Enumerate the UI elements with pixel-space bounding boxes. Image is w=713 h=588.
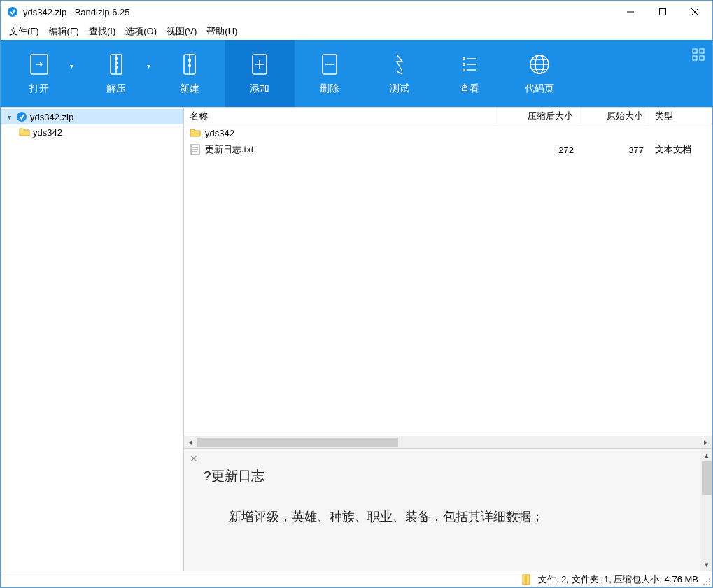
- minimize-button[interactable]: [614, 1, 647, 22]
- list-item[interactable]: yds342: [184, 124, 712, 141]
- window-title: yds342.zip - Bandizip 6.25: [23, 7, 614, 17]
- add-label: 添加: [250, 83, 269, 95]
- open-button[interactable]: ▾ 打开: [1, 40, 78, 107]
- tree-root[interactable]: ▾ yds342.zip: [1, 109, 183, 124]
- close-button[interactable]: [679, 1, 711, 22]
- zip-icon: [16, 111, 27, 122]
- svg-point-42: [709, 578, 710, 580]
- folder-icon: [190, 127, 201, 138]
- chevron-down-icon: ▾: [70, 62, 73, 70]
- vertical-scrollbar[interactable]: ▴ ▾: [700, 449, 712, 571]
- menu-find[interactable]: 查找(I): [85, 24, 120, 39]
- codepage-label: 代码页: [525, 83, 554, 95]
- titlebar: yds342.zip - Bandizip 6.25: [1, 1, 712, 23]
- svg-point-47: [709, 584, 710, 585]
- menu-file[interactable]: 文件(F): [5, 24, 43, 39]
- tree-panel[interactable]: ▾ yds342.zip yds342: [1, 108, 184, 571]
- menu-help[interactable]: 帮助(H): [202, 24, 241, 39]
- svg-rect-31: [693, 49, 697, 53]
- extract-button[interactable]: ▾ 解压: [78, 40, 155, 107]
- list-body[interactable]: yds342 更新日志.txt 272 377 文本文档: [184, 124, 712, 436]
- menu-edit[interactable]: 编辑(E): [45, 24, 83, 39]
- preview-heading: ?更新日志: [204, 460, 683, 492]
- extract-label: 解压: [106, 83, 126, 95]
- view-button[interactable]: 查看: [435, 40, 504, 107]
- tree-child[interactable]: yds342: [1, 124, 183, 140]
- new-button[interactable]: 新建: [155, 40, 225, 107]
- close-preview-icon[interactable]: ✕: [190, 453, 198, 464]
- tree-root-label: yds342.zip: [30, 112, 73, 122]
- svg-rect-33: [693, 56, 697, 60]
- scroll-right-icon[interactable]: ▸: [700, 438, 712, 447]
- test-label: 测试: [390, 83, 409, 95]
- menu-view[interactable]: 视图(V): [162, 24, 201, 39]
- toolbar: ▾ 打开 ▾ 解压 新建 添加 删除 测试 查看 代码页: [1, 40, 712, 107]
- preview-line: 新增评级，英雄、种族、职业、装备，包括其详细数据；: [204, 502, 683, 532]
- list-panel: 名称 压缩后大小 原始大小 类型 yds342: [184, 108, 712, 571]
- apps-button[interactable]: [684, 40, 712, 107]
- folder-icon: [19, 127, 30, 138]
- app-icon: [6, 6, 19, 18]
- svg-rect-32: [700, 49, 704, 53]
- list-item[interactable]: 更新日志.txt 272 377 文本文档: [184, 141, 712, 158]
- statusbar: 文件: 2, 文件夹: 1, 压缩包大小: 4.76 MB: [1, 571, 712, 587]
- file-orig: 377: [579, 145, 649, 155]
- svg-point-35: [17, 112, 27, 122]
- main-area: ▾ yds342.zip yds342 名称 压缩后大小 原始大小 类型: [1, 107, 712, 571]
- add-button[interactable]: 添加: [225, 40, 295, 107]
- delete-button[interactable]: 删除: [295, 40, 365, 107]
- test-button[interactable]: 测试: [365, 40, 435, 107]
- list-header: 名称 压缩后大小 原始大小 类型: [184, 108, 712, 124]
- file-packed: 272: [495, 145, 579, 155]
- scroll-left-icon[interactable]: ◂: [184, 438, 197, 447]
- svg-rect-34: [700, 56, 704, 60]
- maximize-button[interactable]: [647, 1, 679, 22]
- col-name[interactable]: 名称: [184, 108, 495, 124]
- file-type: 文本文档: [649, 143, 712, 156]
- col-type[interactable]: 类型: [649, 108, 712, 124]
- menubar: 文件(F) 编辑(E) 查找(I) 选项(O) 视图(V) 帮助(H): [1, 23, 712, 40]
- tree-child-label: yds342: [33, 127, 62, 138]
- svg-point-0: [8, 7, 17, 17]
- status-text: 文件: 2, 文件夹: 1, 压缩包大小: 4.76 MB: [538, 573, 698, 586]
- svg-point-43: [706, 581, 707, 582]
- codepage-button[interactable]: 代码页: [504, 40, 574, 107]
- scroll-down-icon[interactable]: ▾: [705, 558, 709, 571]
- tree-collapse-icon[interactable]: ▾: [5, 113, 13, 121]
- horizontal-scrollbar[interactable]: ◂ ▸: [184, 436, 712, 448]
- file-name: yds342: [205, 128, 234, 138]
- resize-grip-icon[interactable]: [701, 576, 711, 586]
- svg-point-46: [706, 584, 707, 585]
- view-label: 查看: [460, 83, 479, 95]
- scroll-up-icon[interactable]: ▴: [705, 449, 709, 461]
- new-label: 新建: [180, 83, 199, 95]
- col-orig[interactable]: 原始大小: [579, 108, 649, 124]
- archive-icon: [520, 573, 532, 586]
- scroll-thumb[interactable]: [702, 461, 712, 495]
- scroll-thumb[interactable]: [197, 438, 398, 447]
- svg-point-24: [463, 69, 465, 71]
- chevron-down-icon: ▾: [147, 62, 150, 70]
- svg-point-45: [703, 584, 705, 585]
- open-label: 打开: [29, 83, 49, 95]
- svg-point-22: [463, 64, 465, 66]
- col-packed[interactable]: 压缩后大小: [495, 108, 579, 124]
- preview-content: ?更新日志 新增评级，英雄、种族、职业、装备，包括其详细数据；: [184, 449, 700, 571]
- menu-options[interactable]: 选项(O): [121, 24, 161, 39]
- delete-label: 删除: [320, 83, 339, 95]
- preview-panel: ✕ ?更新日志 新增评级，英雄、种族、职业、装备，包括其详细数据； ▴ ▾: [184, 448, 712, 571]
- file-name: 更新日志.txt: [205, 143, 253, 156]
- svg-point-20: [463, 58, 465, 60]
- scroll-track[interactable]: [702, 461, 712, 558]
- svg-point-44: [709, 581, 710, 582]
- text-file-icon: [190, 144, 201, 155]
- svg-rect-2: [660, 9, 666, 15]
- scroll-track[interactable]: [197, 438, 699, 447]
